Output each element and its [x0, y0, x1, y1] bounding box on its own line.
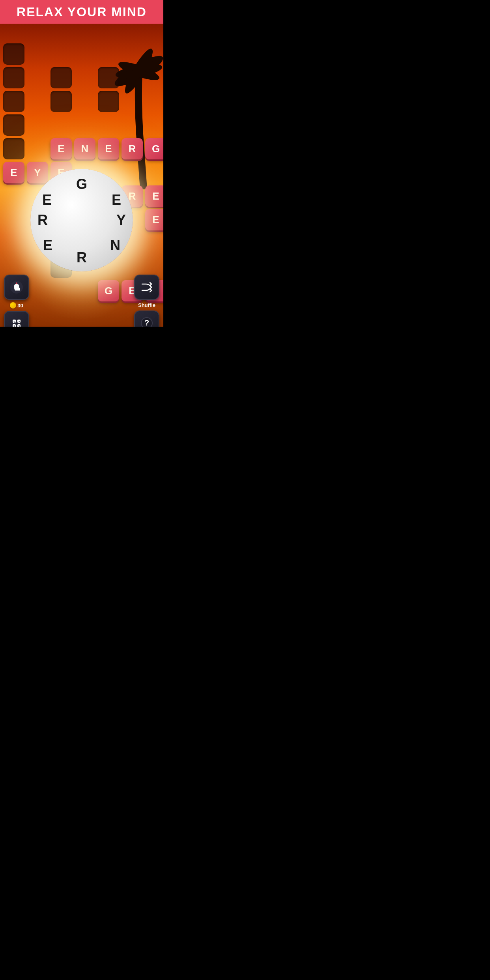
- circle-letter-E-bottomleft[interactable]: E: [43, 237, 52, 254]
- circle-letter-E-topright[interactable]: E: [112, 192, 121, 208]
- circle-letter-R[interactable]: R: [37, 212, 48, 228]
- hint-cost-label: 30: [10, 302, 23, 309]
- coin-icon: [10, 302, 16, 309]
- game-area: ENERGYEYEEREEGENEGREYREE G E E R Y E N R: [0, 24, 163, 327]
- tile-empty: [3, 91, 24, 112]
- svg-text:?: ?: [18, 325, 20, 327]
- tile-empty: [50, 67, 72, 88]
- hint-cost-value: 30: [17, 303, 23, 309]
- tile-empty: [50, 91, 72, 112]
- tile-E-7-6: E: [145, 209, 163, 230]
- tile-R-4-5: R: [122, 138, 143, 159]
- tile-empty: [98, 67, 119, 88]
- right-buttons: Shuffle ? 20 S+20: [134, 275, 159, 327]
- tile-empty: [3, 114, 24, 136]
- shuffle-button[interactable]: [134, 275, 159, 300]
- reveal-button[interactable]: ? ? ? ?: [4, 311, 29, 327]
- tile-empty: [3, 67, 24, 88]
- svg-text:?: ?: [144, 318, 149, 327]
- left-buttons: 30 ? ? ? ? 60: [4, 275, 29, 327]
- hint2-button[interactable]: ?: [134, 310, 159, 327]
- circle-letter-E-topleft[interactable]: E: [42, 192, 52, 208]
- circle-letter-Y[interactable]: Y: [116, 212, 126, 228]
- circle-letter-G[interactable]: G: [76, 176, 87, 193]
- header-title: RELAX YOUR MIND: [17, 5, 147, 19]
- tile-empty: [3, 43, 24, 65]
- bottom-bar: 30 ? ? ? ? 60: [0, 271, 163, 327]
- tile-E-4-2: E: [50, 138, 72, 159]
- tile-N-4-3: N: [74, 138, 95, 159]
- circle-letter-R-bottom[interactable]: R: [77, 249, 87, 266]
- tile-G-4-6: G: [145, 138, 163, 159]
- hint-button[interactable]: [4, 275, 29, 300]
- svg-point-6: [16, 282, 17, 284]
- tile-empty: [98, 91, 119, 112]
- tile-E-6-6: E: [145, 185, 163, 207]
- shuffle-label-text: Shuffle: [138, 302, 155, 308]
- shuffle-label: Shuffle: [138, 302, 155, 308]
- svg-text:?: ?: [18, 320, 20, 324]
- header: RELAX YOUR MIND: [0, 0, 163, 24]
- svg-text:?: ?: [13, 325, 15, 327]
- circle-letter-N[interactable]: N: [110, 237, 120, 254]
- tile-E-4-4: E: [98, 138, 119, 159]
- tile-E-5-0: E: [3, 162, 24, 183]
- letter-circle: G E E R Y E N R: [30, 169, 133, 271]
- tile-empty: [3, 138, 24, 159]
- svg-text:?: ?: [13, 320, 15, 324]
- letter-circle-container: G E E R Y E N R: [30, 169, 133, 271]
